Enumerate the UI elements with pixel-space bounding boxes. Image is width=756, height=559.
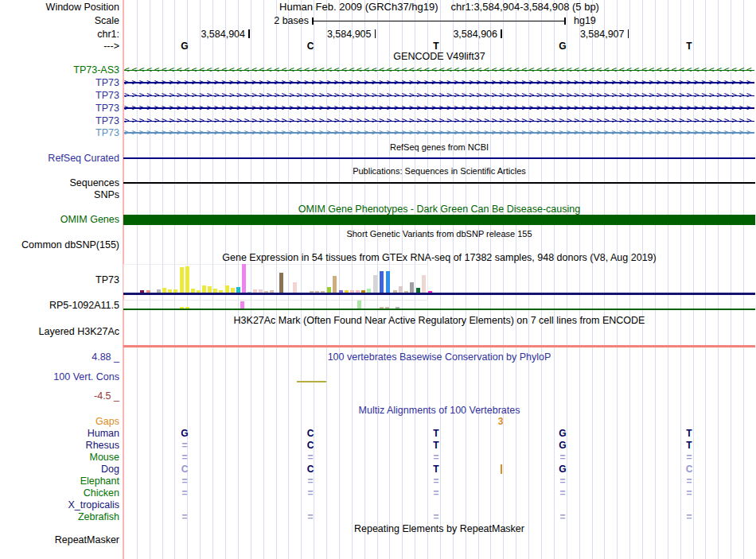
gene-track-label[interactable]: TP73 xyxy=(0,77,119,88)
alignment-base: G xyxy=(555,440,571,451)
alignment-base: = xyxy=(302,476,318,487)
rp5-label[interactable]: RP5-1092A11.5 xyxy=(0,300,119,311)
alignment-base: = xyxy=(302,511,318,522)
layered-h3k27ac-label[interactable]: Layered H3K27Ac xyxy=(0,326,119,337)
omim-title: OMIM Gene Phenotypes - Dark Green Can Be… xyxy=(123,204,755,215)
gtex-baseline xyxy=(123,293,755,295)
alignment-base: = xyxy=(681,452,697,463)
gaps-label[interactable]: Gaps xyxy=(0,416,119,427)
gap-count-marker: 3 xyxy=(493,416,509,427)
alignment-base: T xyxy=(681,428,697,439)
genome-browser-image[interactable]: Window Position Human Feb. 2009 (GRCh37/… xyxy=(0,0,756,559)
alignment-base: C xyxy=(302,440,318,451)
gene-strand-arrows[interactable]: >>>>>>>>>>>>>>>>>>>>>>>>>>>>>>>>>>>>>>>>… xyxy=(124,103,754,114)
gene-strand-arrows[interactable]: >>>>>>>>>>>>>>>>>>>>>>>>>>>>>>>>>>>>>>>>… xyxy=(124,115,754,126)
repeatmasker-title: Repeating Elements by RepeatMasker xyxy=(123,523,755,534)
ruler-tick xyxy=(501,29,502,38)
sequence-base: G xyxy=(177,41,193,52)
repeatmasker-label[interactable]: RepeatMasker xyxy=(0,534,119,545)
alignment-base: = xyxy=(555,511,571,522)
omim-genes-label[interactable]: OMIM Genes xyxy=(0,214,119,225)
ruler-number: 3,584,904 xyxy=(167,29,245,40)
gtex-tissue-bar xyxy=(410,282,414,293)
alignment-base: T xyxy=(428,464,444,475)
alignment-base: G xyxy=(177,428,193,439)
alignment-base: G xyxy=(555,428,571,439)
gene-strand-arrows[interactable]: >>>>>>>>>>>>>>>>>>>>>>>>>>>>>>>>>>>>>>>>… xyxy=(124,90,754,101)
gene-track-label[interactable]: TP73 xyxy=(0,90,119,101)
gtex-tissue-bar xyxy=(327,287,331,293)
gene-strand-arrows[interactable]: <<<<<<<<<<<<<<<<<<<<<<<<<<<<<<<<<<<<<<<<… xyxy=(124,64,754,76)
assembly-text: Human Feb. 2009 (GRCh37/hg19) xyxy=(279,1,438,13)
h3k27ac-signal-line[interactable] xyxy=(123,345,755,347)
alignment-base: = xyxy=(302,487,318,499)
alignment-base: = xyxy=(177,452,193,463)
refseq-curated-line[interactable] xyxy=(123,157,755,159)
gtex-tissue-bar xyxy=(202,285,206,293)
alignment-base: = xyxy=(177,511,193,522)
ruler-tick xyxy=(375,29,376,38)
alignment-base: = xyxy=(555,452,571,463)
chrom-label: chr1: xyxy=(0,29,119,40)
gtex-tissue-bar xyxy=(208,286,212,293)
alignment-base: G xyxy=(555,464,571,475)
ruler-number: 3,584,907 xyxy=(547,29,625,40)
ruler-tick xyxy=(248,29,250,38)
rp5-tissue-bar xyxy=(240,301,244,309)
gene-track-label[interactable]: TP73 xyxy=(0,127,119,138)
species-label[interactable]: Rhesus xyxy=(0,440,119,451)
alignment-base: = xyxy=(555,487,571,499)
gene-strand-arrows[interactable]: >>>>>>>>>>>>>>>>>>>>>>>>>>>>>>>>>>>>>>>>… xyxy=(124,77,754,88)
genome-tag: hg19 xyxy=(574,15,596,26)
alignment-base: = xyxy=(681,511,697,522)
ruler-tick xyxy=(628,29,629,38)
species-label[interactable]: Zebrafish xyxy=(0,511,119,522)
gene-track-label[interactable]: TP73-AS3 xyxy=(0,64,119,76)
scale-value: 2 bases xyxy=(199,15,309,26)
species-label[interactable]: X_tropicalis xyxy=(0,499,119,510)
refseq-title: RefSeq genes from NCBI xyxy=(123,142,755,153)
strand-label: ---> xyxy=(0,41,119,52)
species-label[interactable]: Dog xyxy=(0,464,119,475)
scale-bar-left-tick xyxy=(312,17,314,25)
alignment-base: = xyxy=(555,476,571,487)
alignment-base: T xyxy=(428,440,444,451)
gtex-tissue-bar xyxy=(180,267,184,293)
species-label[interactable]: Mouse xyxy=(0,452,119,463)
gtex-tissue-bar xyxy=(422,275,426,293)
rp5-baseline xyxy=(123,309,755,311)
alignment-base: = xyxy=(428,511,444,522)
insertion-marker xyxy=(501,464,502,474)
multiz-title: Multiz Alignments of 100 Vertebrates xyxy=(123,405,755,416)
sequences-label[interactable]: Sequences xyxy=(0,177,119,188)
gtex-tissue-bar xyxy=(185,266,189,293)
gencode-title: GENCODE V49lift37 xyxy=(123,51,755,62)
common-dbsnp-label[interactable]: Common dbSNP(155) xyxy=(0,239,119,250)
omim-gene-bar[interactable] xyxy=(123,215,755,225)
sequences-line[interactable] xyxy=(123,182,755,184)
gene-track-label[interactable]: TP73 xyxy=(0,115,119,126)
dbsnp-title: Short Genetic Variants from dbSNP releas… xyxy=(123,228,755,239)
species-label[interactable]: Chicken xyxy=(0,487,119,499)
snps-label[interactable]: SNPs xyxy=(0,189,119,200)
gene-track-label[interactable]: TP73 xyxy=(0,103,119,114)
rp5-tissue-bar xyxy=(357,301,361,309)
gene-strand-arrows[interactable]: >>>>>>>>>>>>>>>>>>>>>>>>>>>>>>>>>>>>>>>>… xyxy=(124,127,754,138)
conservation-track-label[interactable]: 100 Vert. Cons xyxy=(0,371,119,382)
gtex-tissue-bar xyxy=(293,282,297,293)
alignment-base: T xyxy=(681,440,697,451)
alignment-base: T xyxy=(428,428,444,439)
alignment-base: C xyxy=(681,464,697,475)
alignment-base: = xyxy=(428,452,444,463)
alignment-base: C xyxy=(302,428,318,439)
refseq-curated-label[interactable]: RefSeq Curated xyxy=(0,153,119,164)
sequence-base: G xyxy=(555,41,571,52)
scale-label: Scale xyxy=(0,15,119,26)
sequence-base: C xyxy=(302,41,318,52)
alignment-base: = xyxy=(177,440,193,451)
gtex-tp73-label[interactable]: TP73 xyxy=(0,274,119,285)
publications-title: Publications: Sequences in Scientific Ar… xyxy=(123,165,755,177)
species-label[interactable]: Elephant xyxy=(0,476,119,487)
species-label[interactable]: Human xyxy=(0,428,119,439)
alignment-base: C xyxy=(177,464,193,475)
